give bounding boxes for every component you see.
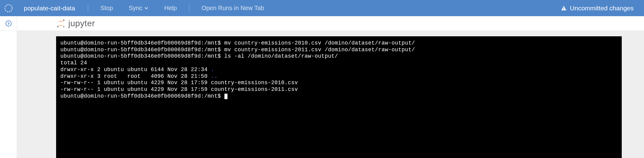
terminal-prompt: ubuntu@domino-run-5bff0db346e0fb00069d8f… [60, 53, 221, 59]
uncommitted-label: Uncommitted changes [570, 5, 634, 12]
terminal-output: -rw-rw-r-- 1 ubuntu ubuntu 4229 Nov 28 1… [60, 86, 211, 92]
divider [189, 5, 189, 12]
warning-icon [561, 5, 567, 11]
terminal-cmd: mv country-emissions-2011.csv /domino/da… [221, 47, 415, 53]
svg-point-5 [57, 26, 59, 27]
uncommitted-status[interactable]: Uncommitted changes [561, 5, 644, 12]
top-bar: populate-cait-data Stop Sync Help Open R… [0, 0, 644, 16]
terminal-output: total 24 [60, 60, 87, 66]
svg-point-4 [63, 19, 64, 20]
terminal-output-name: . [211, 66, 214, 73]
svg-rect-1 [564, 7, 564, 9]
sidebar [0, 31, 17, 158]
chevron-down-icon [144, 6, 148, 10]
terminal-output: drwxr-xr-x 2 ubuntu ubuntu 6144 Nov 28 2… [60, 66, 211, 73]
svg-rect-2 [564, 9, 564, 10]
svg-point-3 [6, 21, 11, 26]
terminal-cmd: ls -al /domino/dataset/raw-output/ [221, 53, 338, 59]
jupyter-header-row: jupyter [0, 16, 644, 31]
expand-icon [5, 20, 12, 27]
svg-point-0 [5, 5, 12, 12]
terminal-prompt: ubuntu@domino-run-5bff0db346e0fb00069d8f… [60, 40, 221, 46]
jupyter-label: jupyter [68, 19, 95, 28]
terminal-output-name: .. [211, 73, 218, 79]
terminal[interactable]: ubuntu@domino-run-5bff0db346e0fb00069d8f… [56, 36, 622, 158]
open-runs-menu[interactable]: Open Runs in New Tab [194, 5, 272, 12]
jupyter-icon [56, 19, 66, 28]
svg-point-6 [63, 26, 64, 27]
terminal-prompt: ubuntu@domino-run-5bff0db346e0fb00069d8f… [60, 47, 221, 53]
terminal-cursor [224, 94, 227, 99]
divider [88, 5, 88, 12]
terminal-output-name: country-emissions-2011.csv [211, 86, 298, 92]
sync-menu[interactable]: Sync [121, 5, 156, 12]
terminal-output: drwxr-xr-x 3 root root 4096 Nov 28 21:50 [60, 73, 211, 79]
stop-menu[interactable]: Stop [92, 5, 121, 12]
content-area: ubuntu@domino-run-5bff0db346e0fb00069d8f… [0, 31, 644, 158]
sidebar-toggle[interactable] [0, 16, 17, 31]
project-name[interactable]: populate-cait-data [17, 5, 84, 12]
domino-logo-icon [4, 4, 13, 13]
terminal-cmd: mv country-emissions-2010.csv /domino/da… [221, 40, 415, 46]
help-menu[interactable]: Help [156, 5, 185, 12]
jupyter-logo[interactable]: jupyter [17, 16, 95, 31]
main: ubuntu@domino-run-5bff0db346e0fb00069d8f… [17, 31, 644, 158]
domino-logo[interactable] [0, 0, 17, 16]
sync-label: Sync [129, 5, 142, 12]
terminal-output: -rw-rw-r-- 1 ubuntu ubuntu 4229 Nov 28 1… [60, 80, 211, 86]
terminal-output-name: country-emissions-2010.csv [211, 80, 298, 86]
terminal-prompt: ubuntu@domino-run-5bff0db346e0fb00069d8f… [60, 93, 224, 99]
